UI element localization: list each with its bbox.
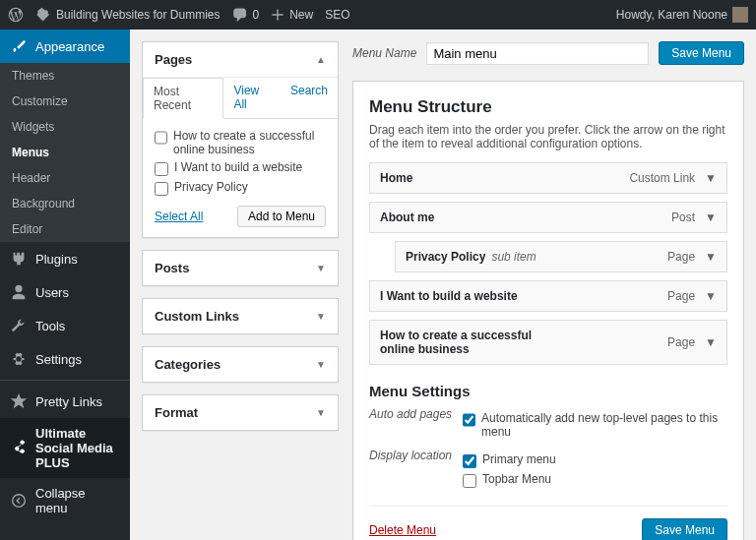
- structure-help-text: Drag each item into the order you prefer…: [369, 123, 727, 150]
- caret-down-icon: ▼: [705, 210, 717, 224]
- new-link[interactable]: New: [271, 8, 313, 22]
- tab-most-recent[interactable]: Most Recent: [143, 78, 223, 119]
- custom-links-panel-toggle[interactable]: Custom Links▼: [143, 299, 338, 333]
- avatar: [732, 7, 748, 23]
- menu-structure-item[interactable]: How to create a successful online busine…: [369, 320, 727, 365]
- sub-background[interactable]: Background: [0, 191, 130, 216]
- display-location-label: Display location: [369, 449, 463, 462]
- caret-down-icon: ▼: [705, 250, 717, 264]
- auto-add-label: Auto add pages: [369, 407, 463, 421]
- caret-down-icon: ▼: [316, 263, 326, 273]
- sub-header[interactable]: Header: [0, 165, 130, 191]
- save-menu-button-top[interactable]: Save Menu: [659, 41, 744, 65]
- sub-menus[interactable]: Menus: [0, 140, 130, 165]
- collapse-menu[interactable]: Collapse menu: [0, 478, 130, 523]
- caret-down-icon: ▼: [316, 359, 326, 370]
- caret-down-icon: ▼: [705, 335, 717, 349]
- categories-panel-toggle[interactable]: Categories▼: [143, 347, 338, 382]
- caret-down-icon: ▼: [705, 171, 717, 185]
- pages-panel-toggle[interactable]: Pages▲: [143, 42, 338, 77]
- star-icon: [10, 392, 28, 410]
- menu-structure-item[interactable]: About mePost▼: [369, 202, 727, 233]
- appearance-submenu: Themes Customize Widgets Menus Header Ba…: [0, 63, 130, 242]
- caret-up-icon: ▲: [316, 54, 326, 65]
- menu-settings-heading: Menu Settings: [369, 383, 727, 399]
- menu-structure-item[interactable]: HomeCustom Link▼: [369, 162, 727, 194]
- sub-widgets[interactable]: Widgets: [0, 114, 130, 140]
- wp-logo-icon[interactable]: [8, 7, 24, 23]
- display-option[interactable]: Topbar Menu: [463, 472, 727, 488]
- users-icon: [10, 283, 28, 301]
- comments-count: 0: [253, 8, 260, 22]
- collapse-icon: [10, 492, 28, 510]
- pages-panel: Pages▲ Most Recent View All Search How t…: [142, 41, 339, 238]
- page-checkbox[interactable]: [155, 131, 167, 145]
- page-checkbox[interactable]: [155, 162, 168, 176]
- admin-toolbar: Building Websites for Dummies 0 New SEO …: [0, 0, 756, 30]
- display-checkbox[interactable]: [463, 454, 476, 468]
- share-icon: [10, 440, 28, 457]
- sub-editor[interactable]: Editor: [0, 216, 130, 242]
- sidebar-pretty-links[interactable]: Pretty Links: [0, 385, 130, 418]
- sub-customize[interactable]: Customize: [0, 89, 130, 114]
- page-checkbox[interactable]: [155, 182, 168, 196]
- select-all-link[interactable]: Select All: [155, 210, 203, 223]
- sidebar-tools[interactable]: Tools: [0, 309, 130, 342]
- auto-add-checkbox[interactable]: [463, 413, 475, 427]
- page-item[interactable]: Privacy Policy: [155, 180, 326, 196]
- comments-link[interactable]: 0: [232, 7, 260, 23]
- site-title: Building Websites for Dummies: [56, 8, 220, 22]
- sidebar-usm[interactable]: Ultimate Social Media PLUS: [0, 418, 130, 478]
- seo-link[interactable]: SEO: [325, 8, 349, 22]
- tools-icon: [10, 317, 28, 334]
- caret-down-icon: ▼: [316, 407, 326, 418]
- account-link[interactable]: Howdy, Karen Noone: [616, 7, 748, 23]
- menu-structure-item[interactable]: Privacy Policysub itemPage▼: [395, 241, 727, 272]
- svg-point-0: [13, 495, 26, 508]
- page-item[interactable]: How to create a successful online busine…: [155, 129, 326, 156]
- tab-view-all[interactable]: View All: [223, 78, 281, 118]
- save-menu-button-bottom[interactable]: Save Menu: [642, 518, 727, 540]
- tab-search[interactable]: Search: [281, 78, 338, 118]
- add-to-menu-button[interactable]: Add to Menu: [237, 206, 326, 227]
- settings-icon: [10, 350, 28, 368]
- plugin-icon: [10, 250, 28, 268]
- menu-structure-heading: Menu Structure: [369, 97, 727, 117]
- caret-down-icon: ▼: [316, 311, 326, 322]
- caret-down-icon: ▼: [705, 289, 717, 303]
- brush-icon: [10, 37, 28, 55]
- menu-name-label: Menu Name: [352, 46, 416, 60]
- sidebar-users[interactable]: Users: [0, 275, 130, 309]
- sub-themes[interactable]: Themes: [0, 63, 130, 89]
- sidebar-settings[interactable]: Settings: [0, 342, 130, 376]
- posts-panel-toggle[interactable]: Posts▼: [143, 251, 338, 285]
- auto-add-option[interactable]: Automatically add new top-level pages to…: [463, 411, 727, 439]
- sidebar-plugins[interactable]: Plugins: [0, 242, 130, 275]
- menu-name-input[interactable]: [426, 42, 649, 65]
- delete-menu-link[interactable]: Delete Menu: [369, 523, 436, 537]
- sidebar-appearance[interactable]: Appearance: [0, 30, 130, 63]
- display-option[interactable]: Primary menu: [463, 452, 727, 468]
- page-item[interactable]: I Want to build a website: [155, 160, 326, 176]
- new-label: New: [289, 8, 313, 22]
- site-link[interactable]: Building Websites for Dummies: [35, 7, 220, 23]
- format-panel-toggle[interactable]: Format▼: [143, 395, 338, 430]
- display-checkbox[interactable]: [463, 474, 476, 488]
- admin-sidebar: Appearance Themes Customize Widgets Menu…: [0, 30, 130, 540]
- menu-structure-item[interactable]: I Want to build a websitePage▼: [369, 280, 727, 312]
- howdy-text: Howdy, Karen Noone: [616, 8, 727, 22]
